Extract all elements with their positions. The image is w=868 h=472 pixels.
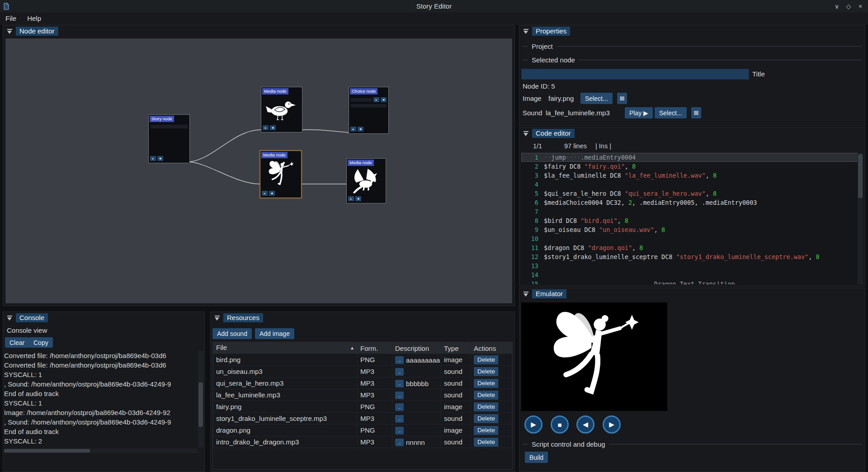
code-line[interactable]: 5$qui_sera_le_hero DC8 "qui_sera_le_hero… (521, 189, 863, 198)
dock-menu-icon[interactable] (214, 315, 220, 321)
console-horizontal-scrollbar[interactable] (4, 448, 198, 453)
stop-button[interactable]: ■ (551, 415, 569, 434)
code-line[interactable]: 10 (521, 234, 863, 243)
node-media-dragon[interactable]: Media node ▸ ■ (346, 158, 386, 203)
table-row[interactable]: intro_drako_le_dragon.mp3MP3..nnnnnsound… (213, 436, 512, 448)
code-area[interactable]: 1··jump····.mediaEntry00042$fairy DC8 "f… (521, 153, 863, 284)
menu-file[interactable]: File (0, 12, 22, 25)
close-icon[interactable]: × (855, 1, 865, 11)
cell-description: .. (392, 425, 441, 436)
node-play-icon[interactable]: ▸ (262, 191, 268, 196)
console-vertical-scrollbar[interactable] (198, 351, 203, 448)
table-row[interactable]: bird.pngPNG..aaaaaaaaaimageDelete (213, 354, 512, 366)
delete-button[interactable]: Delete (474, 414, 499, 423)
code-line[interactable]: 1··jump····.mediaEntry0004 (521, 153, 863, 162)
dock-menu-icon[interactable] (7, 315, 13, 321)
node-stop-icon[interactable]: ■ (358, 127, 363, 132)
node-story[interactable]: Story node ▸ ■ (148, 114, 190, 163)
table-row[interactable]: fairy.pngPNG..imageDelete (213, 401, 512, 413)
code-line[interactable]: 3$la_fee_luminelle DC8 "la_fee_luminelle… (521, 171, 863, 180)
console-hscrollbar-thumb[interactable] (4, 449, 90, 453)
code-line[interactable]: 11$dragon DC8 "dragon.qoi", 8 (521, 243, 863, 252)
code-line[interactable]: 8$bird DC8 "bird.qoi", 8 (521, 216, 863, 225)
delete-button[interactable]: Delete (474, 355, 499, 364)
code-text (544, 207, 863, 216)
node-media-fairy[interactable]: Media node ▸ ■ (260, 151, 302, 198)
dock-menu-icon[interactable] (523, 291, 529, 297)
node-stop-icon[interactable]: ■ (355, 196, 361, 201)
header-type[interactable]: Type (441, 343, 471, 354)
edit-description-button[interactable]: .. (395, 392, 404, 399)
header-file[interactable]: File ▲ (213, 343, 358, 354)
code-line[interactable]: 2$fairy DC8 "fairy.qoi", 8 (521, 162, 863, 171)
minimize-icon[interactable]: ∨ (832, 1, 842, 11)
node-media-bird[interactable]: Media node ▸ ■ (261, 87, 302, 132)
add-image-button[interactable]: Add image (255, 328, 294, 339)
edit-description-button[interactable]: .. (395, 439, 404, 446)
node-stop-icon[interactable]: ■ (381, 97, 387, 102)
add-sound-button[interactable]: Add sound (212, 328, 252, 339)
table-row[interactable]: un_oiseau.mp3MP3..soundDelete (213, 366, 512, 378)
build-button[interactable]: Build (525, 452, 548, 463)
table-row[interactable]: dragon.pngPNG..imageDelete (213, 425, 512, 436)
code-line[interactable]: 12$story1_drako_luminelle_sceptre DC8 "s… (521, 252, 863, 261)
node-canvas[interactable]: Story node ▸ ■ Media node ▸ ■ (5, 38, 513, 304)
code-scrollbar-thumb[interactable] (858, 154, 863, 198)
menu-help[interactable]: Help (22, 12, 47, 25)
header-format[interactable]: Form. (358, 343, 392, 354)
console-copy-button[interactable]: Copy (29, 337, 53, 348)
play-button[interactable]: ▶ (524, 415, 542, 434)
dock-menu-icon[interactable] (523, 28, 529, 34)
maximize-icon[interactable]: ◇ (844, 1, 854, 11)
table-row[interactable]: qui_sera_le_hero.mp3MP3..bbbbbbsoundDele… (213, 378, 512, 389)
code-line[interactable]: 15 Dragon Text Transition (521, 279, 863, 284)
sound-clear-icon[interactable]: ⊠ (691, 107, 701, 118)
dock-menu-icon[interactable] (7, 28, 13, 34)
console-clear-button[interactable]: Clear (5, 337, 29, 348)
delete-button[interactable]: Delete (474, 391, 499, 400)
delete-button[interactable]: Delete (474, 402, 499, 411)
emulator-header: Emulator (519, 288, 865, 300)
console-log[interactable]: Converted file: /home/anthony/ostproj/ba… (4, 351, 198, 448)
node-play-icon[interactable]: ▸ (348, 196, 354, 201)
edit-description-button[interactable]: .. (395, 403, 404, 411)
table-row[interactable]: story1_drako_luminelle_sceptre.mp3MP3..s… (213, 413, 512, 425)
sound-play-button[interactable]: Play ▶ (625, 107, 653, 118)
node-play-icon[interactable]: ▸ (373, 97, 379, 102)
table-row[interactable]: la_fee_luminelle.mp3MP3..soundDelete (213, 389, 512, 401)
node-play-icon[interactable]: ▸ (150, 156, 156, 161)
node-play-icon[interactable]: ▸ (350, 127, 356, 132)
delete-button[interactable]: Delete (474, 379, 499, 388)
image-select-button[interactable]: Select... (580, 93, 613, 104)
dock-menu-icon[interactable] (523, 131, 529, 137)
node-stop-icon[interactable]: ■ (157, 156, 163, 161)
node-choice[interactable]: Choice node ▸ ■ ▸ ■ (349, 87, 389, 134)
step-back-button[interactable]: ◀ (576, 415, 594, 434)
delete-button[interactable]: Delete (474, 438, 499, 447)
code-line[interactable]: 9$un_oiseau DC8 "un_oiseau.wav", 8 (521, 225, 863, 234)
edit-description-button[interactable]: .. (395, 415, 404, 423)
node-stop-icon[interactable]: ■ (270, 125, 276, 130)
step-forward-button[interactable]: ▶ (603, 415, 621, 434)
node-play-icon[interactable]: ▸ (263, 125, 269, 130)
edit-description-button[interactable]: .. (395, 368, 404, 376)
code-line[interactable]: 14 (521, 270, 863, 279)
code-scrollbar[interactable] (858, 153, 863, 284)
edit-description-button[interactable]: .. (395, 380, 404, 387)
image-clear-icon[interactable]: ⊠ (617, 93, 627, 104)
resources-header: Resources (211, 312, 514, 324)
header-description[interactable]: Description (392, 343, 441, 354)
edit-description-button[interactable]: .. (395, 356, 404, 364)
node-stop-icon[interactable]: ■ (269, 191, 275, 196)
code-line[interactable]: 6$mediaChoice0004 DC32, 2, .mediaEntry00… (521, 198, 863, 207)
delete-button[interactable]: Delete (474, 367, 499, 376)
console-scrollbar-thumb[interactable] (198, 382, 203, 427)
sound-select-button[interactable]: Select... (655, 107, 687, 118)
edit-description-button[interactable]: .. (395, 427, 404, 434)
code-line[interactable]: 7 (521, 207, 863, 216)
delete-button[interactable]: Delete (474, 426, 499, 435)
code-line[interactable]: 4 (521, 180, 863, 189)
code-line[interactable]: 13 (521, 261, 863, 270)
header-actions[interactable]: Actions (471, 343, 499, 354)
title-input[interactable] (521, 69, 749, 80)
